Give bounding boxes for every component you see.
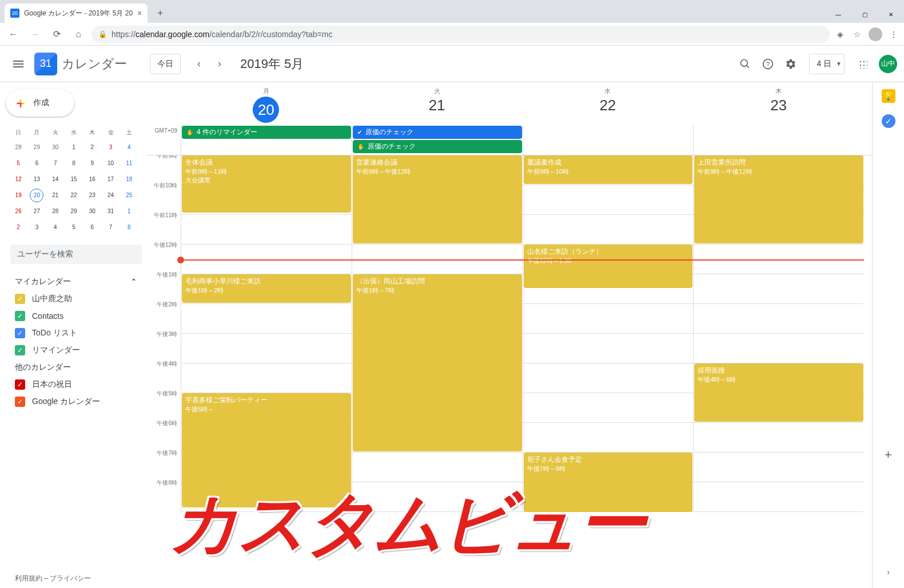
- calendar-event[interactable]: 稟議書作成午前9時～10時: [524, 155, 693, 184]
- day-header[interactable]: 水22: [523, 82, 694, 125]
- tasks-app-icon[interactable]: ✓: [882, 114, 895, 128]
- mini-cal-day[interactable]: 13: [30, 173, 43, 186]
- day-header[interactable]: 火21: [352, 82, 523, 125]
- allday-event[interactable]: ✔原価のチェック: [353, 126, 522, 139]
- tab-close-icon[interactable]: ×: [137, 9, 142, 18]
- day-column[interactable]: 営業連絡会議午前9時～午後12時（出張）岡山工場訪問午後1時～7時: [352, 155, 523, 512]
- mini-cal-day[interactable]: 27: [30, 205, 43, 218]
- calendar-item[interactable]: ✓山中鹿之助: [10, 290, 142, 307]
- mini-cal-day[interactable]: 9: [85, 157, 99, 170]
- keep-app-icon[interactable]: 💡: [882, 89, 895, 103]
- calendar-event[interactable]: 毛利商事小早川様ご来訪午後1時～2時: [182, 274, 351, 303]
- mini-cal-day[interactable]: 25: [122, 189, 136, 202]
- create-button[interactable]: ＋ 作成: [6, 89, 74, 117]
- browser-menu-icon[interactable]: ⋮: [888, 29, 899, 40]
- collapse-panel-icon[interactable]: ›: [887, 567, 890, 577]
- allday-column[interactable]: [693, 125, 864, 155]
- back-button[interactable]: ←: [5, 26, 22, 43]
- mini-cal-day[interactable]: 8: [67, 157, 81, 170]
- calendar-checkbox[interactable]: ✓: [15, 311, 25, 321]
- mini-cal-day[interactable]: 11: [122, 157, 136, 170]
- mini-cal-day[interactable]: 29: [67, 205, 81, 218]
- url-field[interactable]: 🔒 https://calendar.google.com/calendar/b…: [91, 26, 830, 43]
- mini-cal-day[interactable]: 4: [49, 221, 62, 234]
- allday-column[interactable]: ✔原価のチェック✋原価のチェック: [352, 125, 523, 155]
- mini-cal-day[interactable]: 8: [122, 221, 136, 234]
- maximize-button[interactable]: ▢: [851, 6, 878, 23]
- calendar-checkbox[interactable]: ✓: [15, 294, 25, 304]
- mini-cal-day[interactable]: 30: [85, 205, 99, 218]
- help-icon[interactable]: ?: [756, 53, 779, 75]
- prev-period-button[interactable]: ‹: [190, 55, 208, 73]
- mini-cal-day[interactable]: 3: [104, 141, 118, 154]
- mini-cal-day[interactable]: 7: [104, 221, 118, 234]
- terms-link[interactable]: 利用規約 – プライバシー: [6, 569, 146, 588]
- calendar-checkbox[interactable]: ✓: [15, 345, 25, 355]
- day-column[interactable]: 上田営業所訪問午前9時～午後12時採用面接午後4時～6時: [693, 155, 864, 512]
- mini-cal-day[interactable]: 5: [11, 157, 25, 170]
- bookmark-star-icon[interactable]: ☆: [851, 29, 863, 40]
- profile-avatar-icon[interactable]: [869, 27, 882, 41]
- other-calendars-header[interactable]: 他のカレンダー: [6, 359, 146, 376]
- mini-cal-day[interactable]: 1: [67, 141, 81, 154]
- reload-button[interactable]: ⟳: [48, 26, 65, 43]
- mini-cal-day[interactable]: 28: [11, 141, 25, 154]
- mini-cal-day[interactable]: 30: [49, 141, 62, 154]
- day-column[interactable]: 全体会議午前9時～11時大会議室毛利商事小早川様ご来訪午後1時～2時宇喜多様ご栄…: [181, 155, 352, 512]
- search-users-input[interactable]: ユーザーを検索: [10, 245, 142, 264]
- settings-gear-icon[interactable]: [779, 53, 802, 75]
- user-avatar[interactable]: 山中: [879, 55, 897, 73]
- mini-cal-day[interactable]: 15: [67, 173, 81, 186]
- mini-cal-day[interactable]: 10: [104, 157, 118, 170]
- mini-cal-day[interactable]: 19: [11, 189, 25, 202]
- day-header[interactable]: 月20: [181, 82, 352, 125]
- mini-cal-day[interactable]: 1: [122, 205, 136, 218]
- calendar-item[interactable]: ✓Contacts: [10, 307, 142, 325]
- calendar-event[interactable]: 上田営業所訪問午前9時～午後12時: [694, 155, 863, 243]
- calendar-event[interactable]: 営業連絡会議午前9時～午後12時: [353, 155, 522, 243]
- day-column[interactable]: 稟議書作成午前9時～10時山名様ご来訪（ランチ）午後12時～1:30尼子さん会食…: [523, 155, 694, 512]
- calendar-item[interactable]: ✓リマインダー: [10, 342, 142, 359]
- mini-cal-day[interactable]: 5: [67, 221, 81, 234]
- search-icon[interactable]: [734, 53, 756, 75]
- allday-event[interactable]: ✋4 件のリマインダー: [182, 126, 351, 139]
- mini-cal-day[interactable]: 2: [85, 141, 99, 154]
- calendar-item[interactable]: ✓日本の祝日: [10, 376, 142, 393]
- mini-cal-day[interactable]: 3: [30, 221, 43, 234]
- calendar-event[interactable]: 全体会議午前9時～11時大会議室: [182, 155, 351, 213]
- mini-cal-day[interactable]: 23: [85, 189, 99, 202]
- today-button[interactable]: 今日: [150, 54, 181, 74]
- mini-cal-day[interactable]: 24: [104, 189, 118, 202]
- mini-cal-day[interactable]: 6: [85, 221, 99, 234]
- calendar-item[interactable]: ✓Google カレンダー: [10, 393, 142, 410]
- calendar-checkbox[interactable]: ✓: [15, 397, 25, 407]
- calendar-event[interactable]: 山名様ご来訪（ランチ）午後12時～1:30: [524, 245, 693, 288]
- close-window-button[interactable]: ✕: [878, 6, 904, 23]
- minimize-button[interactable]: —: [825, 6, 851, 23]
- mini-cal-day[interactable]: 6: [30, 157, 43, 170]
- mini-cal-day[interactable]: 14: [49, 173, 62, 186]
- mini-cal-day[interactable]: 4: [122, 141, 136, 154]
- calendar-item[interactable]: ✓ToDo リスト: [10, 325, 142, 342]
- mini-cal-day[interactable]: 31: [104, 205, 118, 218]
- forward-button[interactable]: →: [26, 26, 43, 43]
- new-tab-button[interactable]: +: [152, 5, 168, 21]
- mini-cal-day[interactable]: 12: [11, 173, 25, 186]
- mini-cal-day[interactable]: 28: [49, 205, 62, 218]
- mini-cal-day[interactable]: 18: [122, 173, 136, 186]
- mini-cal-day[interactable]: 20: [30, 189, 43, 202]
- calendar-checkbox[interactable]: ✓: [15, 379, 25, 390]
- allday-column[interactable]: ✋4 件のリマインダー: [181, 125, 352, 155]
- mini-cal-day[interactable]: 2: [11, 221, 25, 234]
- hamburger-menu-icon[interactable]: [7, 53, 30, 75]
- view-selector[interactable]: 4 日▼: [809, 54, 845, 74]
- mini-cal-day[interactable]: 7: [49, 157, 62, 170]
- allday-column[interactable]: [523, 125, 694, 155]
- google-apps-icon[interactable]: [851, 53, 874, 75]
- day-header[interactable]: 木23: [693, 82, 864, 125]
- mini-cal-day[interactable]: 17: [104, 173, 118, 186]
- mini-cal-day[interactable]: 22: [67, 189, 81, 202]
- allday-event[interactable]: ✋原価のチェック: [353, 140, 522, 153]
- calendar-event[interactable]: （出張）岡山工場訪問午後1時～7時: [353, 274, 522, 451]
- add-addon-icon[interactable]: +: [885, 447, 892, 462]
